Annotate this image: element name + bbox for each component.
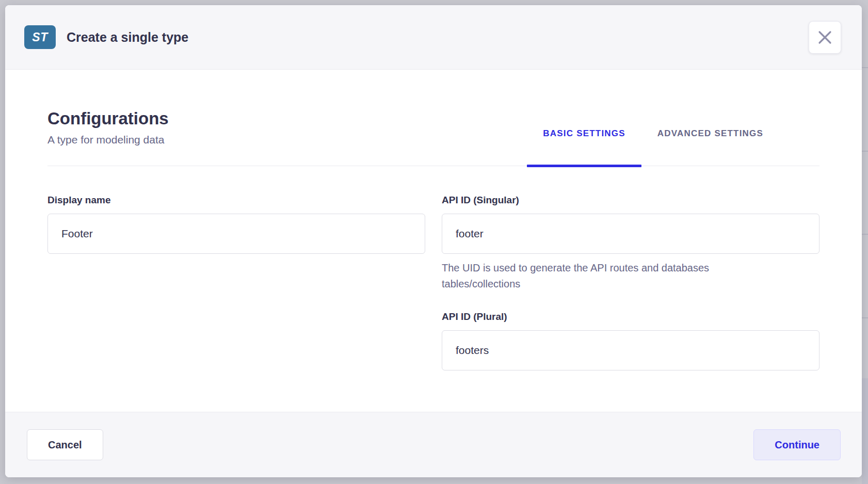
left-column: Display name [47,194,425,370]
api-id-singular-hint: The UID is used to generate the API rout… [442,260,782,292]
configurations-form: Display name API ID (Singular) The UID i… [47,194,819,370]
settings-tabs: BASIC SETTINGS ADVANCED SETTINGS [527,128,779,166]
modal-header: ST Create a single type [5,5,862,70]
display-name-field: Display name [47,194,425,254]
right-column: API ID (Singular) The UID is used to gen… [442,194,819,370]
configurations-heading: Configurations [47,108,819,129]
tab-basic-settings[interactable]: BASIC SETTINGS [527,128,641,166]
api-id-singular-input[interactable] [442,214,819,254]
tab-advanced-settings[interactable]: ADVANCED SETTINGS [641,128,779,166]
api-id-plural-input[interactable] [442,330,819,370]
close-icon [818,30,832,44]
single-type-badge-icon: ST [24,25,56,49]
api-id-plural-label: API ID (Plural) [442,311,819,323]
api-id-plural-field: API ID (Plural) [442,311,819,370]
modal-footer: Cancel Continue [5,412,862,477]
display-name-label: Display name [47,194,425,206]
modal-body: Configurations A type for modeling data … [5,70,862,412]
cancel-button[interactable]: Cancel [27,429,103,460]
modal-title: Create a single type [67,30,188,45]
create-single-type-modal: ST Create a single type Configurations A… [5,5,862,477]
continue-button[interactable]: Continue [753,429,841,460]
background-content-edge [862,0,868,484]
display-name-input[interactable] [47,214,425,254]
api-id-singular-field: API ID (Singular) The UID is used to gen… [442,194,819,292]
api-id-singular-label: API ID (Singular) [442,194,819,206]
configurations-header: Configurations A type for modeling data … [47,108,819,166]
close-button[interactable] [809,21,841,54]
